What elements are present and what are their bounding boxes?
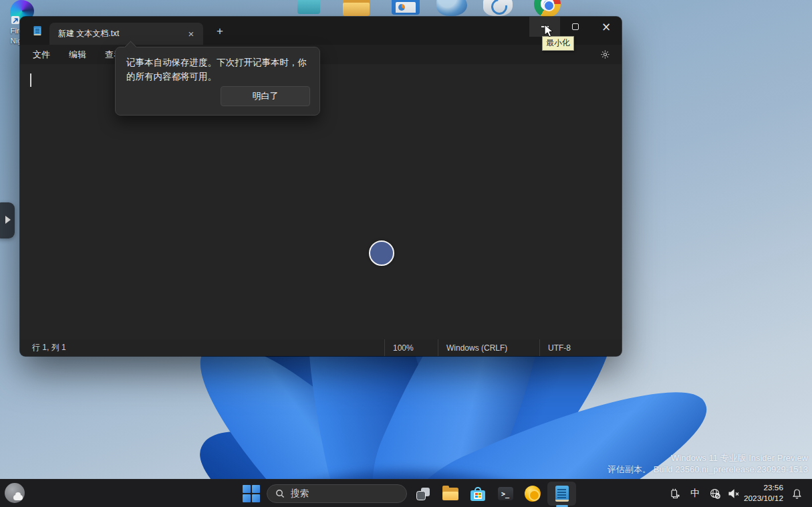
start-button[interactable] [243, 485, 260, 502]
screen: Firefox Nightly Windows 11 专业版 Insider P… [0, 0, 812, 507]
shortcut-arrow-icon [11, 16, 19, 24]
chrome-canary-button[interactable] [522, 484, 543, 504]
search-icon [275, 489, 285, 498]
taskbar-clock[interactable]: 23:56 2023/10/12 [739, 483, 783, 504]
microsoft-store-button[interactable] [467, 484, 489, 504]
notepad-window: 新建 文本文档.txt × + × 文件 编辑 查看 [20, 17, 622, 356]
maximize-icon [572, 23, 579, 30]
insider-watermark: Windows 11 专业版 Insider Preview 评估副本。 Bui… [607, 453, 808, 475]
cursor-position-status: 行 1, 列 1 [20, 339, 384, 356]
chrome-canary-icon [525, 486, 541, 502]
menu-file[interactable]: 文件 [27, 47, 56, 63]
search-placeholder-text: 搜索 [291, 488, 309, 500]
menu-edit[interactable]: 编辑 [63, 47, 92, 63]
got-it-button[interactable]: 明白了 [221, 86, 310, 106]
media-app-icon[interactable] [392, 0, 420, 15]
close-button[interactable]: × [591, 17, 622, 37]
encoding-status[interactable]: UTF-8 [539, 339, 622, 356]
autosave-flyout: 记事本自动保存进度。下次打开记事本时，你的所有内容都将可用。 明白了 [115, 47, 320, 116]
status-bar: 行 1, 列 1 100% Windows (CRLF) UTF-8 [20, 339, 622, 356]
folder-front-icon [343, 3, 370, 16]
window-controls: × [529, 17, 622, 37]
terminal-button[interactable]: >_ [495, 484, 516, 504]
usb-icon [670, 488, 681, 500]
taskbar-search-box[interactable]: 搜索 [267, 484, 407, 503]
terminal-icon: >_ [498, 487, 513, 500]
cloud-icon [13, 495, 23, 500]
flyout-message: 记事本自动保存进度。下次打开记事本时，你的所有内容都将可用。 [116, 47, 319, 84]
ime-tray-button[interactable]: 中 [684, 484, 706, 504]
maximize-button[interactable] [560, 17, 591, 37]
text-editor-area[interactable] [20, 64, 622, 339]
widgets-weather-icon[interactable] [5, 483, 25, 503]
muted-speaker-icon [728, 488, 740, 499]
click-indicator [369, 240, 394, 266]
new-tab-button[interactable]: + [211, 23, 229, 41]
expand-arrow-icon [5, 216, 11, 224]
notifications-button[interactable] [786, 484, 807, 504]
menu-bar: 文件 编辑 查看 [20, 45, 622, 64]
tab-close-icon[interactable]: × [184, 27, 198, 41]
tab-title: 新建 文本文档.txt [58, 28, 184, 39]
notepad-taskbar-button[interactable] [547, 482, 576, 506]
store-icon [470, 487, 485, 501]
notepad-taskbar-icon [555, 486, 569, 502]
side-panel-handle[interactable] [0, 202, 15, 238]
settings-gear-icon[interactable] [596, 45, 614, 63]
document-tab[interactable]: 新建 文本文档.txt × [49, 23, 203, 45]
titlebar[interactable]: 新建 文本文档.txt × + × [20, 17, 622, 45]
task-view-icon [416, 488, 430, 500]
display-icon[interactable] [297, 0, 320, 14]
bell-icon [791, 488, 803, 500]
file-explorer-button[interactable] [440, 484, 461, 504]
taskbar: 搜索 >_ [0, 479, 812, 507]
globe-offline-icon [709, 488, 721, 500]
tray-date: 2023/10/12 [739, 494, 783, 504]
mouse-cursor-icon [544, 24, 554, 38]
ime-indicator-text: 中 [690, 488, 700, 500]
tray-time: 23:56 [739, 483, 783, 494]
minimize-tooltip: 最小化 [542, 36, 574, 51]
zoom-level-status[interactable]: 100% [384, 339, 438, 356]
file-explorer-icon [442, 488, 458, 500]
usb-eject-tray-button[interactable] [664, 484, 686, 504]
task-view-button[interactable] [412, 484, 434, 504]
close-icon: × [601, 21, 611, 33]
text-caret [30, 73, 31, 87]
line-ending-status[interactable]: Windows (CRLF) [438, 339, 539, 356]
notepad-app-icon [32, 25, 43, 36]
